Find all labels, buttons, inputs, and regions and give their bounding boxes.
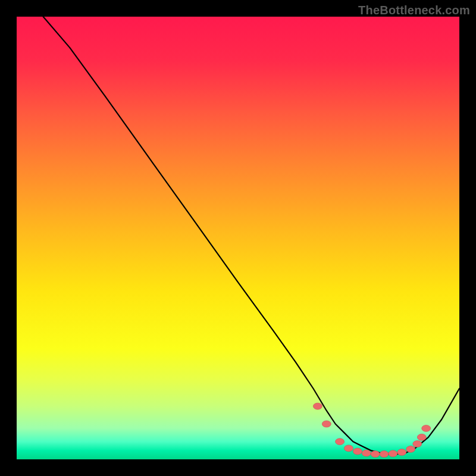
marker-dot [353, 448, 362, 455]
marker-dot [422, 425, 431, 431]
watermark-text: TheBottleneck.com [358, 4, 470, 17]
chart-svg [17, 17, 459, 459]
marker-group [313, 403, 430, 457]
marker-dot [389, 450, 397, 457]
marker-dot [397, 449, 406, 456]
marker-dot [380, 451, 389, 458]
marker-dot [345, 445, 353, 452]
plot-area [17, 17, 459, 459]
marker-dot [406, 446, 415, 452]
marker-dot [417, 434, 426, 440]
marker-dot [336, 439, 345, 445]
marker-dot [413, 441, 422, 447]
marker-dot [313, 403, 322, 409]
marker-dot [371, 451, 380, 458]
bottleneck-curve [43, 17, 459, 454]
chart-frame: TheBottleneck.com [0, 0, 476, 476]
marker-dot [362, 450, 371, 456]
marker-dot [322, 421, 331, 427]
